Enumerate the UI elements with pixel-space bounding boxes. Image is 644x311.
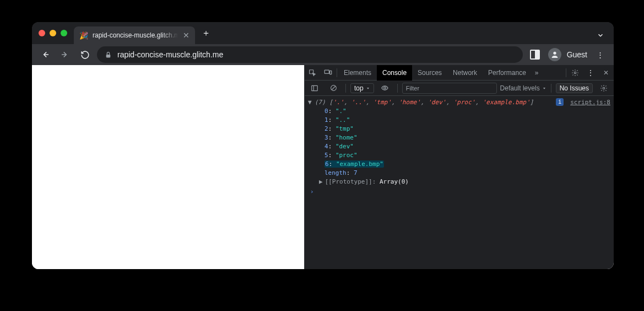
browser-menu-button[interactable]: ⋮ — [593, 47, 608, 62]
context-label: top — [354, 84, 364, 92]
browser-toolbar: rapid-concise-muscle.glitch.me Guest ⋮ — [32, 44, 614, 65]
page-viewport[interactable] — [32, 65, 304, 269]
array-item-row[interactable]: 6: "example.bmp" — [308, 160, 610, 169]
svg-point-13 — [384, 87, 386, 89]
tab-sources[interactable]: Sources — [412, 65, 447, 81]
array-summary: (7) ['.', '..', 'tmp', 'home', 'dev', 'p… — [315, 98, 554, 107]
content-area: Elements Console Sources Network Perform… — [32, 65, 614, 269]
log-levels-select[interactable]: Default levels — [500, 84, 546, 92]
execution-context-select[interactable]: top — [350, 83, 374, 93]
svg-rect-8 — [312, 85, 318, 90]
expand-icon[interactable]: ▶ — [319, 178, 323, 185]
array-item-row[interactable]: 5: "proc" — [308, 151, 610, 160]
svg-point-15 — [603, 87, 605, 89]
forward-button[interactable] — [57, 47, 73, 62]
toolbar-right: Guest ⋮ — [527, 47, 608, 62]
device-toolbar-button[interactable] — [320, 66, 335, 80]
kebab-icon: ⋮ — [597, 51, 604, 58]
console-settings-button[interactable] — [596, 81, 611, 95]
tab-network[interactable]: Network — [447, 65, 483, 81]
close-tab-button[interactable]: ✕ — [183, 31, 190, 39]
length-value: 7 — [354, 169, 358, 176]
window-controls — [39, 30, 67, 36]
console-toolbar: top Default levels No Issues — [305, 81, 614, 96]
profile-label: Guest — [567, 50, 587, 59]
console-sidebar-toggle[interactable] — [307, 81, 322, 95]
tab-strip: 🎉 rapid-concise-muscle.glitch.me ✕ ＋ — [32, 22, 614, 44]
length-label: length — [324, 169, 347, 176]
tab-console[interactable]: Console — [377, 65, 412, 81]
profile-avatar-button[interactable] — [548, 48, 561, 61]
array-length-row: length: 7 — [308, 169, 610, 178]
url-text: rapid-concise-muscle.glitch.me — [117, 50, 223, 59]
close-window-button[interactable] — [39, 30, 45, 36]
proto-value: Array(0) — [380, 178, 409, 185]
address-bar[interactable]: rapid-concise-muscle.glitch.me — [97, 46, 523, 63]
back-button[interactable] — [37, 47, 53, 62]
svg-marker-12 — [367, 88, 369, 89]
array-item-row[interactable]: 3: "home" — [308, 133, 610, 142]
prototype-row[interactable]: ▶[[Prototype]]: Array(0) — [308, 178, 610, 186]
tab-performance[interactable]: Performance — [483, 65, 532, 81]
array-item-row[interactable]: 1: ".." — [308, 116, 610, 125]
source-link[interactable]: script.js:8 — [564, 98, 610, 107]
console-output: ▼ (7) ['.', '..', 'tmp', 'home', 'dev', … — [305, 96, 614, 269]
proto-label: [[Prototype]] — [325, 178, 372, 185]
devtools-close-button[interactable]: ✕ — [598, 66, 614, 80]
collapse-icon[interactable]: ▼ — [308, 98, 313, 107]
live-expression-button[interactable] — [377, 81, 393, 95]
inspect-element-button[interactable] — [305, 66, 320, 80]
svg-line-11 — [332, 86, 335, 90]
panel-icon — [530, 50, 540, 60]
minimize-window-button[interactable] — [50, 30, 56, 36]
devtools-settings-button[interactable] — [567, 66, 583, 80]
devtools-panel: Elements Console Sources Network Perform… — [304, 65, 614, 269]
info-icon[interactable]: i — [556, 98, 564, 106]
array-item-row[interactable]: 0: "." — [308, 107, 610, 116]
svg-point-3 — [553, 52, 556, 55]
console-filter-input[interactable] — [402, 83, 497, 94]
browser-tab[interactable]: 🎉 rapid-concise-muscle.glitch.me ✕ — [74, 26, 195, 44]
new-tab-button[interactable]: ＋ — [198, 25, 214, 41]
svg-rect-2 — [106, 54, 111, 57]
console-prompt[interactable]: › — [308, 186, 610, 197]
tab-title: rapid-concise-muscle.glitch.me — [93, 31, 178, 39]
svg-rect-5 — [324, 70, 329, 73]
array-item-row[interactable]: 4: "dev" — [308, 142, 610, 151]
lock-icon — [105, 51, 112, 58]
devtools-menu-button[interactable]: ⋮ — [583, 66, 598, 80]
svg-marker-14 — [543, 88, 545, 89]
svg-point-7 — [574, 72, 576, 74]
array-entries: 0: "."1: ".."2: "tmp"3: "home"4: "dev"5:… — [308, 107, 610, 169]
devtools-tabbar: Elements Console Sources Network Perform… — [305, 65, 614, 81]
tab-search-button[interactable] — [594, 29, 607, 42]
tab-elements[interactable]: Elements — [338, 65, 377, 81]
tab-favicon-icon: 🎉 — [79, 31, 88, 40]
reload-button[interactable] — [77, 47, 93, 62]
levels-label: Default levels — [500, 84, 540, 92]
array-item-row[interactable]: 2: "tmp" — [308, 125, 610, 133]
side-panel-button[interactable] — [527, 47, 543, 62]
more-tabs-button[interactable]: » — [532, 69, 542, 77]
clear-console-button[interactable] — [326, 81, 341, 95]
maximize-window-button[interactable] — [61, 30, 67, 36]
svg-rect-6 — [329, 71, 331, 74]
console-log-entry[interactable]: ▼ (7) ['.', '..', 'tmp', 'home', 'dev', … — [308, 98, 610, 107]
issues-button[interactable]: No Issues — [556, 83, 593, 93]
browser-window: 🎉 rapid-concise-muscle.glitch.me ✕ ＋ rap… — [32, 22, 614, 269]
